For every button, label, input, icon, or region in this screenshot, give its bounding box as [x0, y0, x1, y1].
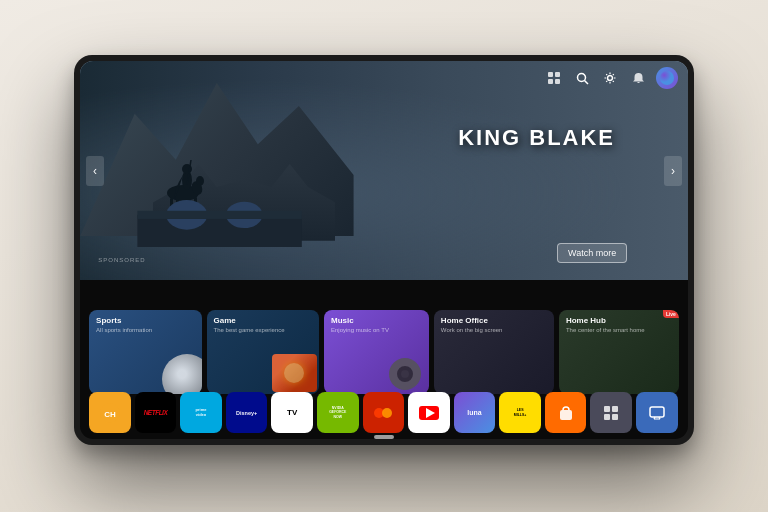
tile-music-title: Music	[331, 316, 422, 325]
tile-game-title: Game	[214, 316, 312, 325]
tile-home-hub[interactable]: Live Home Hub The center of the smart ho…	[559, 310, 679, 393]
hero-prev-button[interactable]: ‹	[86, 156, 104, 186]
app-netflix[interactable]: NETFLIX	[135, 392, 177, 434]
app-prime-video[interactable]: primevideo	[180, 392, 222, 434]
tv-screen: ‹ › KING BLAKE SPONSORED Watch more Spor…	[80, 61, 688, 439]
arch-bridge-svg	[98, 182, 341, 248]
luna-logo: luna	[467, 409, 481, 416]
settings-icon[interactable]	[600, 68, 620, 88]
lesmills-logo: LESMILLS+	[514, 408, 527, 416]
app-tv-cast[interactable]	[636, 392, 678, 434]
svg-point-7	[660, 71, 674, 85]
svg-point-4	[577, 73, 585, 81]
sponsored-label: SPONSORED	[98, 257, 145, 263]
svg-line-5	[584, 80, 588, 84]
apps-row: CH NETFLIX primevideo Disney+	[89, 392, 679, 434]
app-shop[interactable]	[545, 392, 587, 434]
disney-logo: Disney+	[236, 410, 257, 416]
nav-indicator	[374, 435, 394, 439]
tv-stand	[359, 445, 409, 457]
tile-music[interactable]: Music Enjoying music on TV	[324, 310, 429, 393]
svg-text:CH: CH	[104, 410, 116, 419]
tile-game[interactable]: Game The best game experience	[207, 310, 319, 393]
tile-sports-subtitle: All sports information	[96, 327, 194, 335]
masterclass-logo	[374, 407, 392, 419]
tv-frame: ‹ › KING BLAKE SPONSORED Watch more Spor…	[74, 55, 694, 445]
app-ch[interactable]: CH	[89, 392, 131, 434]
svg-point-6	[608, 76, 613, 81]
room-background: ‹ › KING BLAKE SPONSORED Watch more Spor…	[0, 0, 768, 512]
svg-rect-29	[604, 414, 610, 420]
sports-ball-image	[162, 354, 202, 394]
tile-homeoffice-subtitle: Work on the big screen	[441, 327, 547, 335]
music-disc-image	[389, 358, 421, 390]
svg-rect-27	[604, 406, 610, 412]
svg-rect-3	[555, 79, 560, 84]
app-youtube[interactable]	[408, 392, 450, 434]
app-apple-tv[interactable]: TV	[271, 392, 313, 434]
tile-homeoffice-title: Home Office	[441, 316, 547, 325]
svg-rect-31	[650, 407, 664, 417]
gallery-icon[interactable]	[544, 68, 564, 88]
app-masterclass[interactable]	[363, 392, 405, 434]
svg-rect-2	[548, 79, 553, 84]
tile-home-office[interactable]: Home Office Work on the big screen	[434, 310, 554, 393]
notifications-icon[interactable]	[628, 68, 648, 88]
prime-logo: primevideo	[196, 408, 207, 418]
svg-rect-26	[560, 410, 572, 420]
watch-more-button[interactable]: Watch more	[557, 243, 627, 263]
tile-sports[interactable]: Sports All sports information	[89, 310, 201, 393]
live-badge: Live	[663, 310, 679, 318]
svg-rect-18	[138, 214, 302, 247]
app-tiles-row: Sports All sports information Game The b…	[89, 310, 679, 393]
tile-music-subtitle: Enjoying music on TV	[331, 327, 422, 335]
game-image	[272, 354, 317, 392]
search-icon[interactable]	[572, 68, 592, 88]
tile-game-subtitle: The best game experience	[214, 327, 312, 335]
geforce-logo: NVIDIAGEFORCENOW	[329, 406, 346, 419]
hero-title: KING BLAKE	[458, 125, 615, 151]
svg-rect-1	[555, 72, 560, 77]
hero-next-button[interactable]: ›	[664, 156, 682, 186]
app-disney-plus[interactable]: Disney+	[226, 392, 268, 434]
app-apps[interactable]	[590, 392, 632, 434]
app-luna[interactable]: luna	[454, 392, 496, 434]
profile-avatar[interactable]	[656, 67, 678, 89]
tile-sports-title: Sports	[96, 316, 194, 325]
apple-tv-logo: TV	[287, 408, 297, 417]
svg-rect-0	[548, 72, 553, 77]
tile-homehub-title: Home Hub	[566, 316, 672, 325]
top-bar	[534, 61, 688, 95]
netflix-logo: NETFLIX	[144, 409, 168, 416]
tile-homehub-subtitle: The center of the smart home	[566, 327, 672, 335]
svg-rect-30	[612, 414, 618, 420]
svg-rect-28	[612, 406, 618, 412]
app-les-mills[interactable]: LESMILLS+	[499, 392, 541, 434]
svg-rect-21	[138, 210, 302, 218]
app-geforce-now[interactable]: NVIDIAGEFORCENOW	[317, 392, 359, 434]
